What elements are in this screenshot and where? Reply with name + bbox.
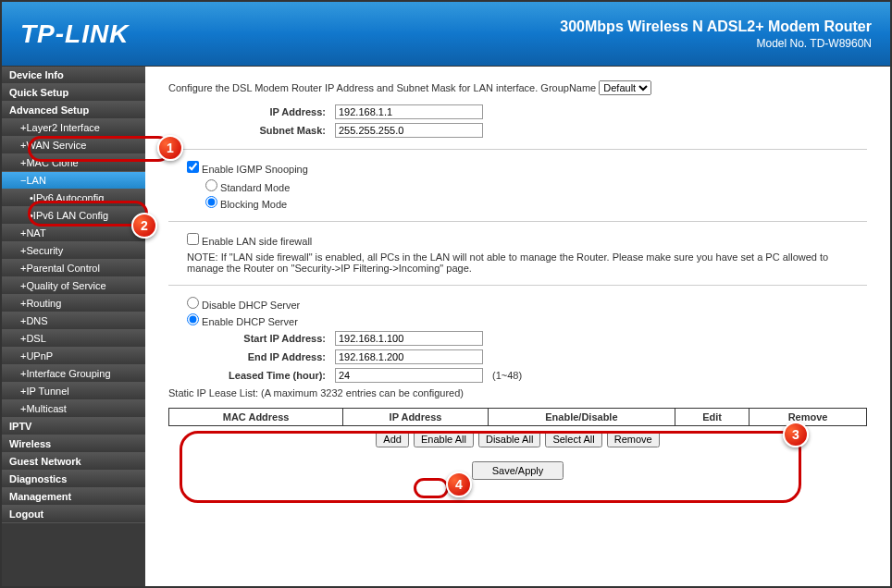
standard-mode-label: Standard Mode — [220, 182, 290, 193]
sidebar-item-21[interactable]: Wireless — [2, 435, 145, 453]
sidebar-item-4[interactable]: +WAN Service — [2, 137, 145, 154]
sidebar-item-15[interactable]: +DSL — [2, 330, 145, 348]
end-ip-input[interactable] — [335, 349, 483, 364]
sidebar-item-24[interactable]: Management — [2, 488, 145, 506]
sidebar-item-25[interactable]: Logout — [2, 506, 145, 523]
blocking-mode-label: Blocking Mode — [220, 199, 287, 210]
groupname-select[interactable]: Default — [599, 80, 651, 95]
header: TP-LINK 300Mbps Wireless N ADSL2+ Modem … — [2, 2, 890, 67]
col-ip: IP Address — [343, 409, 489, 426]
product-title: 300Mbps Wireless N ADSL2+ Modem Router — [560, 18, 872, 35]
model-number: Model No. TD-W8960N — [560, 37, 872, 50]
sidebar-item-9[interactable]: +NAT — [2, 225, 145, 242]
callout-badge-2: 2 — [131, 213, 157, 239]
lan-firewall-checkbox[interactable] — [187, 233, 199, 245]
col-mac: MAC Address — [169, 409, 343, 426]
static-lease-caption: Static IP Lease List: (A maximum 3232 en… — [168, 387, 867, 398]
sidebar: Device InfoQuick SetupAdvanced Setup+Lay… — [2, 67, 145, 586]
blocking-mode-radio[interactable] — [205, 196, 217, 208]
sidebar-item-13[interactable]: +Routing — [2, 295, 145, 312]
sidebar-item-19[interactable]: +Multicast — [2, 400, 145, 418]
sidebar-item-8[interactable]: •IPv6 LAN Config — [2, 207, 145, 225]
subnet-mask-input[interactable] — [335, 123, 483, 138]
leased-time-input[interactable] — [335, 368, 483, 383]
leased-time-label: Leased Time (hour): — [168, 370, 335, 381]
sidebar-item-5[interactable]: +MAC Clone — [2, 154, 145, 172]
sidebar-item-12[interactable]: +Quality of Service — [2, 277, 145, 295]
sidebar-item-11[interactable]: +Parental Control — [2, 260, 145, 277]
static-lease-table: MAC Address IP Address Enable/Disable Ed… — [168, 408, 867, 426]
header-right: 300Mbps Wireless N ADSL2+ Modem Router M… — [560, 18, 872, 50]
col-edit: Edit — [675, 409, 749, 426]
start-ip-input[interactable] — [335, 331, 483, 346]
col-enable: Enable/Disable — [488, 409, 675, 426]
sidebar-item-20[interactable]: IPTV — [2, 418, 145, 435]
enable-dhcp-radio[interactable] — [187, 313, 199, 325]
sidebar-item-18[interactable]: +IP Tunnel — [2, 383, 145, 400]
sidebar-item-6[interactable]: −LAN — [2, 172, 145, 190]
content: Configure the DSL Modem Router IP Addres… — [145, 67, 890, 586]
igmp-snooping-checkbox[interactable] — [187, 161, 199, 173]
sidebar-item-2[interactable]: Advanced Setup — [2, 102, 145, 119]
ip-address-input[interactable] — [335, 104, 483, 119]
remove-button[interactable]: Remove — [607, 431, 660, 447]
sidebar-item-3[interactable]: +Layer2 Interface — [2, 119, 145, 137]
page-description: Configure the DSL Modem Router IP Addres… — [168, 80, 867, 95]
save-apply-button[interactable]: Save/Apply — [472, 461, 564, 480]
sidebar-item-14[interactable]: +DNS — [2, 312, 145, 330]
igmp-snooping-label: Enable IGMP Snooping — [202, 164, 308, 175]
subnet-mask-label: Subnet Mask: — [168, 125, 335, 136]
logo: TP-LINK — [20, 19, 129, 49]
select-all-button[interactable]: Select All — [545, 431, 601, 447]
lan-firewall-note: NOTE: If "LAN side firewall" is enabled,… — [187, 251, 867, 274]
enable-all-button[interactable]: Enable All — [414, 431, 474, 447]
disable-all-button[interactable]: Disable All — [478, 431, 540, 447]
callout-badge-3: 3 — [783, 422, 809, 447]
sidebar-item-7[interactable]: •IPv6 Autoconfig — [2, 190, 145, 207]
sidebar-item-10[interactable]: +Security — [2, 242, 145, 260]
ip-address-label: IP Address: — [168, 106, 335, 117]
standard-mode-radio[interactable] — [205, 179, 217, 191]
leased-time-hint: (1~48) — [492, 370, 522, 381]
desc-text: Configure the DSL Modem Router IP Addres… — [168, 82, 596, 93]
disable-dhcp-radio[interactable] — [187, 297, 199, 309]
sidebar-item-17[interactable]: +Interface Grouping — [2, 365, 145, 383]
sidebar-item-1[interactable]: Quick Setup — [2, 84, 145, 102]
sidebar-item-23[interactable]: Diagnostics — [2, 471, 145, 488]
sidebar-item-16[interactable]: +UPnP — [2, 348, 145, 365]
callout-badge-1: 1 — [157, 135, 183, 161]
disable-dhcp-label: Disable DHCP Server — [202, 300, 300, 311]
sidebar-item-0[interactable]: Device Info — [2, 67, 145, 84]
sidebar-item-22[interactable]: Guest Network — [2, 453, 145, 471]
enable-dhcp-label: Enable DHCP Server — [202, 316, 298, 327]
callout-badge-4: 4 — [446, 472, 472, 497]
col-remove: Remove — [750, 409, 867, 426]
add-button[interactable]: Add — [376, 431, 409, 447]
start-ip-label: Start IP Address: — [168, 333, 335, 344]
lan-firewall-label: Enable LAN side firewall — [202, 236, 312, 247]
end-ip-label: End IP Address: — [168, 351, 335, 362]
